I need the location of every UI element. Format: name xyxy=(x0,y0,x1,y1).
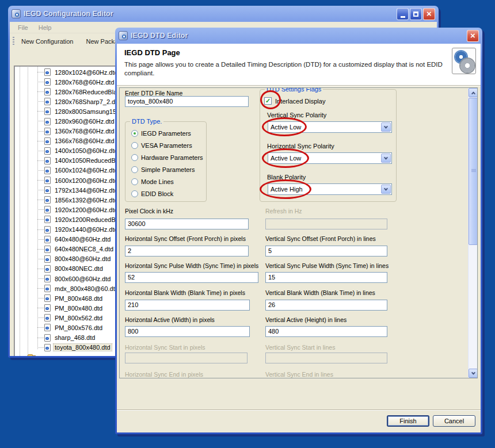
dtd-file-icon xyxy=(44,78,51,86)
tree-item[interactable]: 1360x768@60Hz.dtd xyxy=(14,127,127,136)
desktop: IEGD Configuration Editor × File Help Ne… xyxy=(0,0,495,448)
scroll-up-button[interactable] xyxy=(469,88,478,97)
dialog-header: IEGD DTD Page This page allows you to cr… xyxy=(117,44,481,85)
tree-item[interactable]: toyota_800x480.dtd xyxy=(14,343,127,353)
main-window-title: IEGD Configuration Editor xyxy=(24,10,394,18)
toolbar-new-configuration[interactable]: New Configuration xyxy=(19,36,76,47)
dtd-file-icon xyxy=(44,265,51,273)
vsync-offset-label: Vertical Sync Offset (Front Porch) in li… xyxy=(265,235,376,242)
dtd-file-icon xyxy=(44,98,51,105)
radio-simple-parameters[interactable]: Simple Parameters xyxy=(131,166,195,174)
tree-item-documentation[interactable]: + documentation xyxy=(14,354,83,356)
minimize-button[interactable] xyxy=(397,8,409,20)
tree-item[interactable]: PM_800x468.dtd xyxy=(14,293,127,303)
tree-item[interactable]: 1600x1024@60Hz.dtd xyxy=(14,166,127,175)
chevron-up-icon xyxy=(471,91,475,95)
hsync-pulse-field[interactable]: 52 xyxy=(125,272,258,283)
scrollbar-thumb[interactable] xyxy=(469,98,478,245)
tree-item[interactable]: 1920x1200@60Hz.dtd xyxy=(14,205,127,215)
tree-item[interactable]: 1856x1392@60Hz.dtd xyxy=(14,195,127,205)
tree-item[interactable]: 1280x768@60Hz.dtd xyxy=(14,77,127,87)
tree-item[interactable]: 1280x960@60Hz.dtd xyxy=(14,116,127,126)
chevron-down-icon[interactable] xyxy=(381,154,391,163)
menu-help[interactable]: Help xyxy=(34,23,56,32)
tree-item[interactable]: 800x480NEC.dtd xyxy=(14,264,127,274)
chevron-down-icon xyxy=(471,370,475,374)
dialog-close-button[interactable]: × xyxy=(467,30,479,42)
tree-item[interactable]: 800x480@60Hz.dtd xyxy=(14,254,127,264)
tree-item[interactable]: 640x480NEC8_4.dtd xyxy=(14,244,127,254)
tree-item[interactable]: PM_800x480.dtd xyxy=(14,303,127,313)
radio-hardware-parameters[interactable]: Hardware Parameters xyxy=(131,154,203,162)
dtd-file-icon-dot xyxy=(45,258,49,261)
chevron-down-icon[interactable] xyxy=(381,185,391,194)
dtd-file-icon xyxy=(44,344,51,351)
dtd-file-icon xyxy=(44,147,51,155)
dtd-file-icon-dot xyxy=(45,347,49,350)
refresh-label: Refresh in Hz xyxy=(265,208,302,215)
tree-item[interactable]: 1280x768Sharp7_2.dtd xyxy=(14,97,127,106)
tree-item[interactable]: mdx_800x480@60.dtd xyxy=(14,284,127,293)
vertical-scrollbar[interactable] xyxy=(468,88,477,378)
file-name-input[interactable]: toyota_800x480 xyxy=(125,96,249,107)
tree-item[interactable]: 1400x1050ReducedBla xyxy=(14,156,127,166)
finish-button[interactable]: Finish xyxy=(387,415,429,427)
maximize-icon xyxy=(413,12,418,17)
main-window-titlebar[interactable]: IEGD Configuration Editor × xyxy=(8,6,439,22)
vactive-field[interactable]: 480 xyxy=(265,326,387,337)
radio-vesa-parameters[interactable]: VESA Parameters xyxy=(131,141,192,150)
close-button[interactable]: × xyxy=(423,8,435,20)
dialog-titlebar[interactable]: IEGD DTD Editor × xyxy=(115,28,482,44)
radio-iegd-parameters[interactable]: IEGD Parameters xyxy=(131,129,191,137)
hactive-field[interactable]: 800 xyxy=(125,326,250,337)
radio-off-icon xyxy=(131,142,138,149)
hblank-field[interactable]: 210 xyxy=(125,300,250,311)
vsync-start-label: Vertical Sync Start in lines xyxy=(265,344,335,351)
vsync-offset-field[interactable]: 5 xyxy=(265,246,387,256)
dtd-file-icon-dot xyxy=(45,71,49,74)
pixel-clock-field[interactable]: 30600 xyxy=(125,219,249,229)
dtd-file-icon xyxy=(44,294,51,302)
dtd-file-icon-dot xyxy=(45,219,49,221)
tree-item[interactable]: 1792x1344@60Hz.dtd xyxy=(14,185,127,195)
dtd-file-icon xyxy=(44,108,51,115)
tree-item[interactable]: 1280x768ReducedBlan xyxy=(14,87,127,97)
tree-item[interactable]: 800x600@60Hz.dtd xyxy=(14,274,127,284)
tree-item[interactable]: 1280x1024@60Hz.dtd xyxy=(14,67,127,77)
tree-item[interactable]: sharp_468.dtd xyxy=(14,333,127,343)
tree-item[interactable]: 1280x800Samsung15_ xyxy=(14,106,127,116)
hsync-offset-field[interactable]: 2 xyxy=(125,246,249,256)
radio-edid-block[interactable]: EDID Block xyxy=(131,190,173,198)
close-icon: × xyxy=(470,31,475,40)
maximize-button[interactable] xyxy=(410,8,422,20)
scroll-down-button[interactable] xyxy=(469,369,478,378)
tree-item[interactable]: 1400x1050@60Hz.dtd xyxy=(14,146,127,156)
dialog-client: IEGD DTD Page This page allows you to cr… xyxy=(117,44,481,432)
dtd-file-icon-dot xyxy=(45,278,49,281)
vblank-field[interactable]: 26 xyxy=(265,300,387,311)
dtd-file-icon xyxy=(44,285,51,292)
cancel-button[interactable]: Cancel xyxy=(433,415,475,427)
dtd-file-icon xyxy=(44,177,51,184)
radio-mode-lines[interactable]: Mode Lines xyxy=(131,178,174,186)
tree-item[interactable]: 1920x1440@60Hz.dtd xyxy=(14,225,127,235)
dtd-file-icon xyxy=(44,137,51,145)
vactive-label: Vertical Active (Height) in lines xyxy=(265,316,346,323)
tree-item[interactable]: PM_800x562.dtd xyxy=(14,313,127,323)
tree-item[interactable]: 640x480@60Hz.dtd xyxy=(14,235,127,244)
tree-item[interactable]: 1920x1200ReducedBla xyxy=(14,215,127,224)
tree-item[interactable]: 1600x1200@60Hz.dtd xyxy=(14,175,127,185)
button-separator xyxy=(117,409,481,411)
tree-item[interactable]: PM_800x576.dtd xyxy=(14,323,127,332)
dialog-icon xyxy=(119,31,128,40)
dtd-file-icon xyxy=(44,167,51,174)
dtd-file-icon xyxy=(44,304,51,312)
menu-file[interactable]: File xyxy=(13,23,33,32)
annotation-circle-interlaced xyxy=(260,90,281,109)
tree-item[interactable]: 1366x768@60Hz.dtd xyxy=(14,136,127,146)
hsync-offset-label: Horizontal Sync Offset (Front Porch) in … xyxy=(125,235,246,242)
folder-icon xyxy=(27,355,36,356)
dtd-file-icon-dot xyxy=(45,170,49,173)
chevron-down-icon[interactable] xyxy=(381,122,391,132)
vsync-pulse-field[interactable]: 15 xyxy=(265,272,387,283)
